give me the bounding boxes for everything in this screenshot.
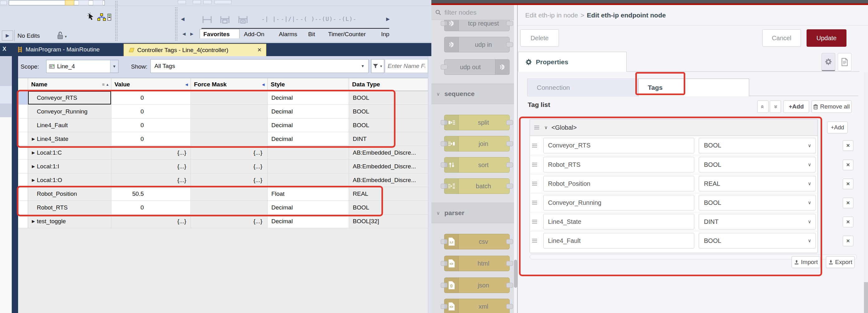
- tag-row[interactable]: ▶ Local:1:O {...} {...} AB:Embedded_Disc…: [18, 173, 428, 187]
- rung-dropdown-button[interactable]: ▶: [2, 31, 13, 40]
- tray-scrollbar-thumb[interactable]: [864, 282, 868, 313]
- tag-name-input[interactable]: [543, 176, 694, 191]
- export-button[interactable]: Export: [826, 256, 855, 268]
- expand-arrow-icon[interactable]: ▶: [30, 219, 37, 223]
- instr-tab-favorites[interactable]: Favorites: [204, 31, 229, 38]
- instr-tab-bit[interactable]: Bit: [308, 31, 315, 38]
- otu-coil-icon[interactable]: -(U)-: [318, 15, 337, 22]
- tag-datatype-cell[interactable]: AB:Embedded_Discre...: [349, 160, 428, 173]
- tag-type-select[interactable]: BOOL ∨: [699, 138, 816, 153]
- tag-datatype-cell[interactable]: BOOL: [349, 201, 428, 215]
- row-selector[interactable]: [18, 119, 28, 132]
- tag-force-mask-cell[interactable]: [191, 132, 268, 146]
- palette-scroll-area[interactable]: tcp request udp in udp out ∨ sequence: [431, 20, 514, 313]
- tag-force-mask-cell[interactable]: {...}: [191, 160, 268, 173]
- update-button[interactable]: Update: [807, 29, 846, 47]
- tag-value-cell[interactable]: {...}: [111, 146, 191, 160]
- ote-coil-icon[interactable]: -( )-: [300, 15, 318, 22]
- tag-type-select[interactable]: DINT ∨: [699, 214, 816, 229]
- tag-style-cell[interactable]: Decimal: [268, 201, 349, 215]
- row-selector[interactable]: [18, 160, 28, 173]
- tag-value-cell[interactable]: 50.5: [111, 187, 191, 201]
- tag-name-input[interactable]: [543, 195, 694, 211]
- tag-name-input[interactable]: [543, 214, 694, 229]
- tray-scrollbar[interactable]: [864, 72, 868, 313]
- row-selector[interactable]: [18, 173, 28, 187]
- scroll-right-icon[interactable]: ▶: [386, 16, 390, 22]
- tag-name-cell[interactable]: Robot_Position: [28, 187, 111, 201]
- remove-tag-button[interactable]: ✕: [843, 140, 853, 151]
- tag-datatype-cell[interactable]: BOOL: [349, 119, 428, 132]
- instr-tab-timercounter[interactable]: Timer/Counter: [328, 31, 366, 38]
- show-dropdown[interactable]: All Tags ▼: [150, 59, 369, 73]
- import-button[interactable]: Import: [792, 256, 820, 268]
- tag-datatype-cell[interactable]: BOOL: [349, 105, 428, 119]
- toolbar-button-fragment[interactable]: [93, 0, 103, 5]
- tab-properties[interactable]: Properties: [518, 52, 627, 72]
- tag-name-cell[interactable]: ▶ Line4_State: [28, 132, 111, 146]
- node-description-icon-button[interactable]: [838, 53, 851, 71]
- col-header-value[interactable]: Value ◄: [111, 78, 191, 91]
- select-cursor-icon[interactable]: [87, 12, 95, 22]
- tag-style-cell[interactable]: [268, 146, 349, 160]
- expand-arrow-icon[interactable]: ▶: [30, 164, 37, 169]
- toolbar-button-fragment[interactable]: [193, 0, 201, 4]
- instr-tab-alarms[interactable]: Alarms: [279, 31, 297, 38]
- toolbar-button-fragment[interactable]: [178, 0, 186, 4]
- close-tab-icon[interactable]: ✕: [257, 47, 262, 53]
- rung-icon[interactable]: [201, 14, 213, 25]
- drag-handle-icon[interactable]: [532, 201, 537, 205]
- col-header-style[interactable]: Style: [268, 78, 349, 91]
- drag-handle-icon[interactable]: [532, 182, 537, 186]
- palette-node-batch[interactable]: batch: [444, 178, 509, 194]
- chevron-down-icon[interactable]: ∨: [544, 125, 548, 130]
- drag-handle-icon[interactable]: [532, 220, 537, 223]
- tag-type-select[interactable]: REAL ∨: [699, 176, 816, 191]
- remove-tag-button[interactable]: ✕: [843, 198, 853, 208]
- cancel-button[interactable]: Cancel: [762, 29, 801, 47]
- col-header-name[interactable]: Name ≡ ▲: [28, 78, 111, 91]
- remove-tag-button[interactable]: ✕: [843, 160, 853, 170]
- palette-node-udp-in[interactable]: udp in: [444, 37, 509, 52]
- tag-style-cell[interactable]: [268, 160, 349, 173]
- tag-name-input[interactable]: [543, 157, 694, 173]
- tab-tags[interactable]: Tags: [638, 79, 749, 96]
- tag-name-cell[interactable]: Conveyor_RTS: [28, 91, 111, 105]
- tabs-right-icon[interactable]: ▶: [190, 31, 193, 36]
- move-up-button[interactable]: «: [757, 100, 769, 113]
- tag-style-cell[interactable]: Decimal: [268, 91, 349, 105]
- expand-arrow-icon[interactable]: ▶: [30, 150, 37, 155]
- tag-value-cell[interactable]: 0: [111, 132, 191, 146]
- tab-connection[interactable]: Connection: [527, 79, 638, 96]
- tag-row[interactable]: Line4_Fault 0 Decimal BOOL: [18, 119, 428, 132]
- remove-tag-button[interactable]: ✕: [843, 179, 853, 189]
- tag-style-cell[interactable]: Decimal: [268, 119, 349, 132]
- tag-style-cell[interactable]: Decimal: [268, 132, 349, 146]
- palette-node-csv[interactable]: 1,2 csv: [444, 234, 509, 249]
- tag-value-cell[interactable]: 0: [111, 91, 191, 105]
- collapsed-panel-strip-selected[interactable]: [0, 86, 12, 103]
- row-selector[interactable]: [18, 105, 28, 119]
- tag-value-cell[interactable]: 0: [111, 119, 191, 132]
- tag-name-cell[interactable]: ▶ test_toggle: [28, 215, 111, 228]
- tag-style-cell[interactable]: Decimal: [268, 215, 349, 228]
- tag-row[interactable]: ▶ Local:1:C {...} {...} AB:Embedded_Disc…: [18, 146, 428, 160]
- close-pane-icon[interactable]: X: [2, 46, 6, 52]
- col-header-force-mask[interactable]: Force Mask ◄: [191, 78, 268, 91]
- tag-datatype-cell[interactable]: REAL: [349, 187, 428, 201]
- toolbar-button-fragment[interactable]: [79, 0, 89, 5]
- scope-dropdown-arrow[interactable]: ▼: [110, 60, 118, 73]
- tab-mainprogram-mainroutine[interactable]: MainProgram - MainRoutine: [12, 43, 123, 56]
- tag-row[interactable]: ▶ Line4_State 0 Decimal DINT: [18, 132, 428, 146]
- palette-node-html[interactable]: <> html: [444, 256, 509, 271]
- col-header-data-type[interactable]: Data Type: [349, 78, 428, 91]
- tag-style-cell[interactable]: Decimal: [268, 105, 349, 119]
- tag-row[interactable]: Conveyor_RTS 0 Decimal BOOL: [18, 91, 428, 105]
- palette-node-tcp-request[interactable]: tcp request: [444, 20, 509, 31]
- column-pin-icon[interactable]: ◄: [261, 82, 266, 87]
- tabs-left-icon[interactable]: ◀: [182, 31, 186, 36]
- palette-scrollbar-thumb[interactable]: [514, 260, 517, 288]
- tag-value-cell[interactable]: 0: [111, 105, 191, 119]
- group-add-tag-button[interactable]: +Add: [827, 122, 848, 133]
- drag-handle-icon[interactable]: [534, 126, 539, 129]
